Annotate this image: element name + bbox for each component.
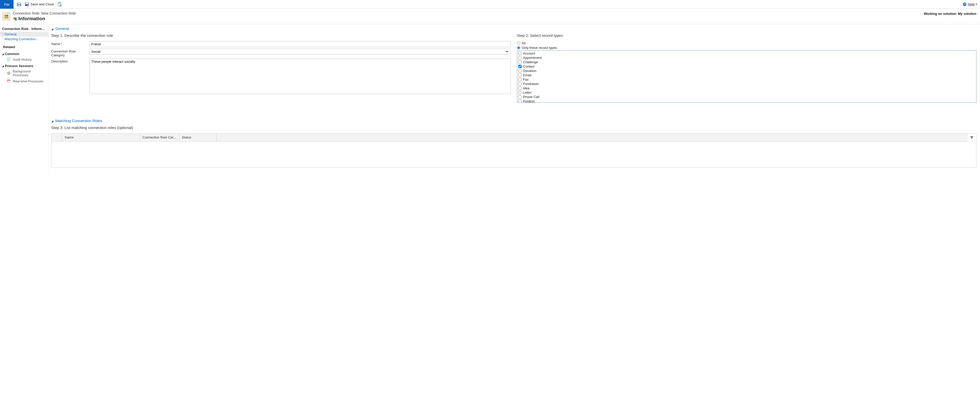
section-general-label: General: [55, 26, 69, 31]
record-type-item[interactable]: Fundraiser: [518, 81, 975, 86]
save-and-close-button[interactable]: Save and Close: [25, 2, 54, 6]
record-type-checkbox[interactable]: [518, 95, 522, 99]
category-label: Connection Role Category: [51, 49, 89, 57]
sidebar-title: Connection Role : Inform…: [0, 26, 48, 32]
grid-select-all-col[interactable]: [51, 134, 62, 142]
svg-point-12: [6, 15, 8, 17]
section-general[interactable]: ◢ General: [51, 26, 977, 33]
name-input[interactable]: [89, 41, 511, 47]
file-tab[interactable]: File: [0, 0, 14, 9]
record-type-item[interactable]: Email: [518, 73, 975, 77]
record-type-item[interactable]: Appointment: [518, 56, 975, 60]
sidebar-related-header: Related: [0, 41, 48, 50]
section-matching[interactable]: ◢ Matching Connection Roles: [51, 118, 977, 125]
record-type-checkbox[interactable]: [518, 52, 522, 55]
step1-panel: Step 1: Describe the connection role Nam…: [51, 33, 511, 103]
record-type-checkbox[interactable]: [518, 100, 522, 103]
ribbon-buttons: Save and Close: [14, 0, 62, 8]
record-type-item[interactable]: Position: [518, 99, 975, 103]
record-type-checkbox[interactable]: [518, 91, 522, 94]
grid-body[interactable]: [51, 142, 976, 168]
grid-col-status[interactable]: Status: [179, 134, 217, 142]
ribbon: File Save and Close: [0, 0, 980, 9]
help-label: Help: [968, 2, 975, 6]
step1-title: Step 1: Describe the connection role: [51, 33, 511, 38]
sidebar-nav-matching[interactable]: Matching Connection…: [0, 37, 48, 41]
filter-icon: [970, 136, 974, 139]
sidebar-item-audit-history[interactable]: Audit History: [0, 56, 48, 62]
sidebar-item-label: Audit History: [13, 57, 32, 61]
record-type-label: Donation: [523, 69, 536, 73]
form-icon: [57, 2, 62, 6]
radio-only-these[interactable]: [517, 46, 520, 49]
step3-title: Step 3: List matching connection roles (…: [51, 125, 977, 130]
record-type-label: Appointment: [523, 56, 542, 60]
sidebar-item-label: Real-time Processes: [13, 79, 43, 83]
record-type-label: Email: [523, 73, 531, 77]
grid-header: Name Connection Role Cate… Status: [51, 134, 976, 142]
record-type-item[interactable]: Fax: [518, 77, 975, 81]
record-type-item[interactable]: Account: [518, 51, 975, 56]
collapse-icon: ◢: [51, 120, 53, 123]
sidebar-nav-general[interactable]: General: [0, 32, 48, 37]
record-type-checkbox[interactable]: [518, 82, 522, 86]
record-type-item[interactable]: Contact: [518, 64, 975, 69]
save-icon: [17, 2, 21, 6]
collapse-icon: ◢: [51, 27, 53, 30]
radio-all[interactable]: [517, 41, 520, 45]
record-types-list[interactable]: AccountAppointmentChallengeContactDonati…: [517, 50, 977, 103]
grid-col-category[interactable]: Connection Role Cate…: [140, 134, 179, 142]
record-type-checkbox[interactable]: [518, 73, 522, 77]
svg-rect-1: [18, 3, 21, 4]
record-type-label: Fundraiser: [523, 81, 539, 86]
record-type-checkbox[interactable]: [518, 61, 522, 64]
process-icon: [6, 79, 11, 83]
help-link[interactable]: ? Help ▾: [963, 0, 980, 8]
svg-rect-24: [7, 80, 10, 81]
category-select[interactable]: Social: [89, 49, 511, 54]
svg-rect-4: [25, 3, 28, 4]
save-button[interactable]: [17, 2, 21, 6]
record-type-label: Fax: [523, 77, 529, 81]
sidebar-nav-label: General: [5, 32, 16, 36]
record-type-checkbox[interactable]: [518, 86, 522, 90]
record-type-label: Letter: [523, 90, 531, 95]
grid-filter-button[interactable]: [967, 134, 976, 142]
section-matching-label: Matching Connection Roles: [55, 118, 102, 123]
record-type-item[interactable]: Donation: [518, 69, 975, 73]
name-label: Name*: [51, 41, 89, 46]
description-textarea[interactable]: These people interact socially: [89, 59, 511, 94]
record-type-checkbox[interactable]: [518, 69, 522, 72]
sidebar-nav-label: Matching Connection…: [5, 37, 39, 41]
svg-rect-7: [58, 3, 61, 3]
record-type-checkbox[interactable]: [518, 78, 522, 81]
sidebar: Connection Role : Inform… General Matchi…: [0, 24, 49, 173]
ribbon-extra-button[interactable]: [57, 2, 62, 6]
svg-point-16: [15, 19, 17, 21]
record-type-checkbox[interactable]: [518, 56, 522, 59]
record-type-item[interactable]: Idea: [518, 86, 975, 90]
gear-icon: [6, 71, 11, 75]
record-type-item[interactable]: Letter: [518, 90, 975, 95]
save-close-icon: [25, 2, 29, 6]
record-type-item[interactable]: Phone Call: [518, 95, 975, 99]
document-icon: [6, 57, 11, 61]
sidebar-group-process-sessions[interactable]: Process Sessions: [0, 62, 48, 69]
svg-text:?: ?: [964, 3, 966, 6]
grid-col-name[interactable]: Name: [62, 134, 140, 142]
entity-icon: [3, 13, 10, 20]
sidebar-item-realtime-processes[interactable]: Real-time Processes: [0, 78, 48, 84]
record-type-item[interactable]: Challenge: [518, 60, 975, 64]
info-entity-icon: [13, 17, 17, 21]
sidebar-group-common[interactable]: Common: [0, 50, 48, 56]
sidebar-item-background-processes[interactable]: Background Processes: [0, 69, 48, 78]
svg-rect-13: [4, 17, 9, 18]
help-icon: ?: [963, 2, 967, 6]
record-type-label: Position: [523, 99, 535, 103]
record-type-checkbox[interactable]: [518, 65, 522, 68]
step2-title: Step 2: Select record types: [517, 33, 977, 38]
record-type-label: Contact: [523, 64, 535, 69]
radio-all-label: All: [522, 41, 525, 45]
record-type-label: Idea: [523, 86, 530, 90]
breadcrumb: Connection Role: New Connection Role: [13, 11, 924, 15]
